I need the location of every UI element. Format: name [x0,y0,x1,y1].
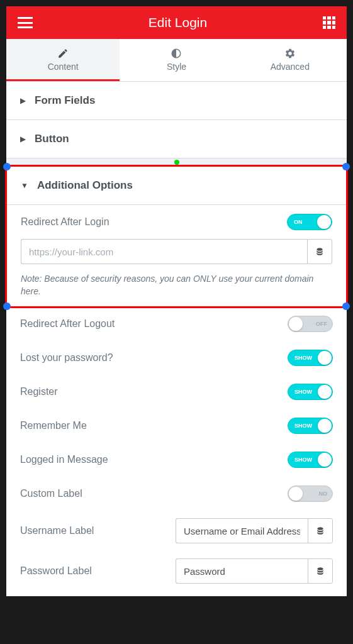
password-label-row: Password Label [6,551,347,596]
gear-icon [233,48,347,59]
toggle-state: SHOW [294,457,312,463]
section-title: Form Fields [35,94,95,107]
option-custom-label: Custom Label NO [6,477,347,511]
tab-label: Advanced [233,62,347,72]
option-label: Redirect After Logout [20,318,115,330]
caret-right-icon: ▶ [20,96,26,105]
handle-icon [342,163,350,170]
option-label: Lost your password? [20,352,113,364]
password-label-input[interactable] [176,558,308,584]
section-additional-options[interactable]: ▼ Additional Options [7,167,346,205]
field-label: Password Label [20,565,92,577]
apps-icon[interactable] [323,16,335,29]
tabs: Content Style Advanced [6,39,347,82]
toggle-state: SHOW [294,389,312,395]
option-label: Remember Me [20,420,87,431]
green-dot-icon [174,160,179,165]
highlight-box: ▼ Additional Options Redirect After Logi… [5,165,348,308]
option-lost-password: Lost your password? SHOW [6,341,347,375]
toggle-state: SHOW [294,355,312,361]
handle-icon [3,163,11,170]
toggle-knob [289,317,303,331]
toggle-state: NO [319,491,328,497]
toggle-knob [317,215,331,229]
toggle-redirect-login[interactable]: ON [287,214,332,230]
tab-content[interactable]: Content [6,39,120,81]
toggle-knob [318,385,332,399]
toggle-knob [318,453,332,467]
option-label: Register [20,386,58,397]
redirect-url-input[interactable] [21,239,307,264]
toggle-logged-in[interactable]: SHOW [288,452,333,468]
pencil-icon [6,48,120,59]
note-text: Note: Because of security reasons, you c… [7,273,346,306]
database-icon [316,567,325,575]
section-button[interactable]: ▶ Button [6,120,347,158]
database-icon [316,526,325,535]
dynamic-tag-button[interactable] [308,558,333,584]
toggle-register[interactable]: SHOW [288,384,333,400]
url-input-row [7,239,346,273]
toggle-state: ON [294,219,303,225]
option-redirect-login: Redirect After Login ON [7,205,346,239]
option-logged-in: Logged in Message SHOW [6,443,347,477]
dynamic-tag-button[interactable] [308,518,333,543]
tab-style[interactable]: Style [120,39,233,81]
option-label: Redirect After Login [21,216,109,228]
toggle-custom-label[interactable]: NO [288,486,333,502]
page-title: Edit Login [148,15,207,30]
toggle-knob [318,351,332,365]
section-title: Button [35,133,69,145]
field-label: Username Label [20,525,94,536]
toggle-redirect-logout[interactable]: OFF [288,316,333,332]
header: Edit Login [6,6,347,39]
option-redirect-logout: Redirect After Logout OFF [6,307,347,341]
toggle-state: SHOW [294,423,312,429]
menu-icon[interactable] [18,17,33,28]
caret-right-icon: ▶ [20,135,26,143]
tab-advanced[interactable]: Advanced [233,39,347,81]
tab-label: Content [6,62,120,72]
option-register: Register SHOW [6,375,347,409]
option-remember-me: Remember Me SHOW [6,409,347,443]
toggle-remember-me[interactable]: SHOW [288,418,333,434]
toggle-lost-password[interactable]: SHOW [288,350,333,366]
toggle-state: OFF [316,321,327,327]
option-label: Custom Label [20,488,82,499]
option-label: Logged in Message [20,454,108,465]
username-label-row: Username Label [6,511,347,551]
username-label-input[interactable] [176,518,308,543]
toggle-knob [289,487,303,501]
database-icon [315,247,324,256]
contrast-icon [120,48,233,59]
section-form-fields[interactable]: ▶ Form Fields [6,82,347,120]
toggle-knob [318,419,332,433]
section-title: Additional Options [37,179,133,192]
handle-icon [342,303,350,310]
tab-label: Style [120,62,233,72]
caret-down-icon: ▼ [21,181,28,190]
dynamic-tag-button[interactable] [307,239,332,264]
